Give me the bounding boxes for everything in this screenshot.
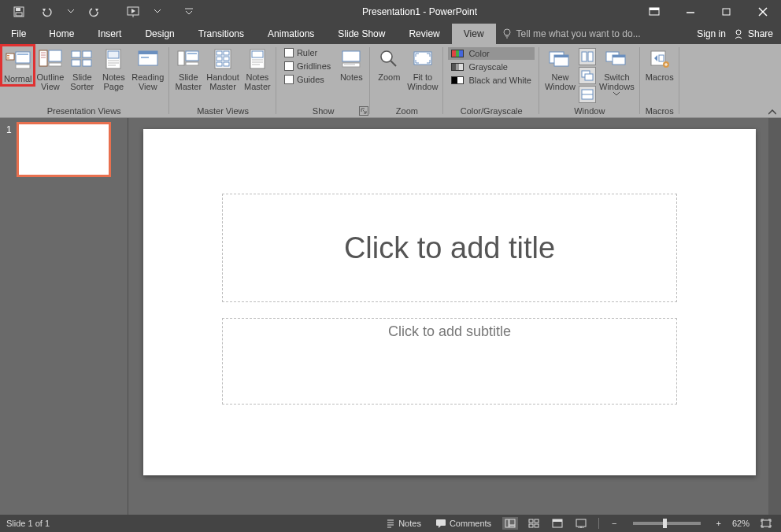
- show-dialog-launcher[interactable]: [359, 106, 368, 116]
- customize-qat-button[interactable]: [175, 1, 203, 23]
- vertical-scrollbar[interactable]: [768, 118, 781, 515]
- start-slideshow-button[interactable]: [120, 1, 148, 23]
- tab-slide-show[interactable]: Slide Show: [326, 24, 397, 44]
- notes-page-button[interactable]: Notes Page: [98, 46, 129, 93]
- handout-master-button[interactable]: Handout Master: [204, 46, 242, 93]
- new-window-button[interactable]: New Window: [542, 46, 578, 93]
- svg-rect-56: [342, 51, 360, 61]
- move-split-button[interactable]: [579, 86, 596, 103]
- ruler-checkbox[interactable]: Ruler: [283, 47, 332, 58]
- slide-indicator[interactable]: Slide 1 of 1: [6, 519, 50, 528]
- undo-button[interactable]: [33, 1, 61, 23]
- group-label-master-views: Master Views: [172, 106, 273, 117]
- zoom-slider-thumb[interactable]: [663, 519, 667, 528]
- zoom-slider[interactable]: [633, 522, 701, 525]
- tab-review[interactable]: Review: [397, 24, 451, 44]
- view-normal-button[interactable]: [502, 517, 518, 530]
- slide: Click to add title Click to add subtitle: [143, 129, 756, 475]
- gridlines-checkbox[interactable]: Gridlines: [283, 61, 332, 72]
- tab-insert[interactable]: Insert: [86, 24, 133, 44]
- group-color-grayscale: Color Grayscale Black and White Color/Gr…: [443, 44, 539, 117]
- slide-canvas-area[interactable]: Click to add title Click to add subtitle: [128, 118, 781, 515]
- title-placeholder[interactable]: Click to add title: [222, 194, 677, 302]
- redo-icon: [89, 6, 100, 17]
- normal-view-button[interactable]: Normal: [2, 46, 34, 85]
- bw-swatch-icon: [451, 76, 464, 84]
- svg-rect-20: [17, 54, 28, 55]
- move-split-icon: [581, 89, 594, 100]
- svg-rect-94: [762, 520, 770, 526]
- close-button[interactable]: [745, 0, 781, 24]
- slide-master-button[interactable]: Slide Master: [172, 46, 204, 93]
- ribbon-tab-bar: File Home Insert Design Transitions Anim…: [0, 24, 781, 44]
- color-button[interactable]: Color: [448, 47, 534, 60]
- tab-design[interactable]: Design: [133, 24, 186, 44]
- zoom-in-button[interactable]: +: [713, 515, 724, 532]
- tab-view[interactable]: View: [452, 24, 496, 44]
- guides-checkbox[interactable]: Guides: [283, 74, 332, 85]
- tab-transitions[interactable]: Transitions: [187, 24, 256, 44]
- zoom-percentage[interactable]: 62%: [732, 519, 750, 528]
- slide-sorter-button[interactable]: Slide Sorter: [66, 46, 98, 93]
- view-sorter-button[interactable]: [526, 517, 542, 530]
- fit-slide-button[interactable]: [757, 515, 775, 532]
- reading-view-button[interactable]: Reading View: [129, 46, 166, 93]
- fit-to-window-button[interactable]: Fit to Window: [405, 46, 440, 93]
- svg-rect-81: [436, 519, 446, 526]
- maximize-button[interactable]: [709, 0, 745, 24]
- notes-button[interactable]: Notes: [335, 46, 367, 83]
- color-label: Color: [468, 49, 489, 58]
- outline-view-button[interactable]: Outline View: [34, 46, 66, 93]
- ribbon-display-options-button[interactable]: [636, 0, 672, 24]
- tab-file[interactable]: File: [0, 24, 37, 44]
- tab-animations[interactable]: Animations: [256, 24, 326, 44]
- svg-rect-21: [16, 65, 30, 68]
- view-slideshow-icon: [576, 519, 587, 528]
- svg-rect-66: [588, 52, 593, 61]
- share-button[interactable]: Share: [734, 28, 773, 39]
- comments-toggle-label: Comments: [450, 519, 491, 528]
- new-window-icon: [548, 49, 572, 69]
- switch-windows-button[interactable]: Switch Windows: [597, 46, 637, 98]
- collapse-ribbon-button[interactable]: [768, 109, 776, 116]
- zoom-out-button[interactable]: −: [609, 515, 620, 532]
- group-window: New Window Switch Windows Window: [539, 44, 640, 117]
- view-reading-button[interactable]: [550, 517, 565, 530]
- svg-rect-16: [6, 54, 14, 60]
- outline-view-label: Outline View: [36, 72, 64, 91]
- ribbon: Normal Outline View Slide Sorter Notes P…: [0, 44, 781, 118]
- handout-master-icon: [213, 49, 232, 69]
- tab-home[interactable]: Home: [37, 24, 86, 44]
- svg-rect-26: [49, 50, 61, 61]
- svg-rect-86: [535, 519, 539, 523]
- minimize-button[interactable]: [672, 0, 709, 24]
- macros-button[interactable]: Macros: [643, 46, 676, 83]
- bw-label: Black and White: [468, 76, 531, 85]
- ribbon-options-icon: [649, 7, 660, 17]
- chevron-up-icon: [768, 109, 776, 116]
- zoom-button[interactable]: Zoom: [373, 46, 405, 83]
- lightbulb-icon: [502, 28, 512, 39]
- view-slideshow-button[interactable]: [573, 517, 589, 530]
- thumbnail-preview: [19, 124, 109, 175]
- tell-me-search[interactable]: Tell me what you want to do...: [502, 24, 698, 44]
- notes-master-button[interactable]: Notes Master: [242, 46, 273, 93]
- undo-icon: [41, 6, 54, 17]
- cascade-button[interactable]: [579, 67, 596, 84]
- black-white-button[interactable]: Black and White: [448, 74, 534, 87]
- subtitle-placeholder[interactable]: Click to add subtitle: [222, 318, 677, 405]
- redo-button[interactable]: [80, 1, 109, 23]
- start-slideshow-dropdown[interactable]: [148, 1, 167, 23]
- arrange-all-button[interactable]: [579, 48, 596, 65]
- slide-thumbnail-1[interactable]: 1: [6, 124, 121, 175]
- dialog-launcher-icon: [361, 108, 367, 114]
- comments-toggle[interactable]: Comments: [432, 515, 494, 532]
- grayscale-button[interactable]: Grayscale: [448, 61, 534, 73]
- sign-in-link[interactable]: Sign in: [697, 28, 726, 39]
- normal-view-label: Normal: [4, 74, 31, 83]
- group-zoom: Zoom Fit to Window Zoom: [370, 44, 443, 117]
- undo-dropdown[interactable]: [61, 1, 80, 23]
- notes-toggle[interactable]: Notes: [383, 515, 424, 532]
- save-button[interactable]: [5, 1, 33, 23]
- notes-label: Notes: [340, 72, 363, 82]
